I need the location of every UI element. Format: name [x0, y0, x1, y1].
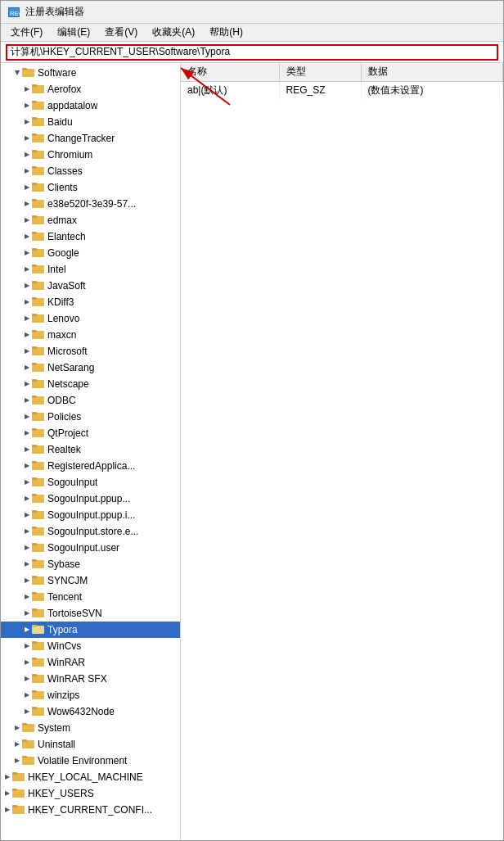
- tree-item-lenovo[interactable]: Lenovo: [1, 310, 180, 327]
- menu-favorites[interactable]: 收藏夹(A): [146, 24, 201, 41]
- folder-icon-hkey-local-machine: [12, 771, 25, 784]
- svg-rect-16: [32, 150, 37, 152]
- tree-item-sogouinput-store[interactable]: SogouInput.store.e...: [1, 523, 180, 540]
- tree-item-uninstall[interactable]: Uninstall: [1, 736, 180, 753]
- tree-label-maxcn: maxcn: [47, 329, 76, 341]
- tree-item-system[interactable]: System: [1, 720, 180, 736]
- tree-item-wincvs[interactable]: WinCvs: [1, 638, 180, 654]
- tree-item-aerofox[interactable]: Aerofox: [1, 81, 180, 97]
- svg-rect-40: [32, 346, 37, 349]
- chevron-microsoft: [22, 346, 32, 356]
- tree-item-winrar[interactable]: WinRAR: [1, 654, 180, 671]
- menu-view[interactable]: 查看(V): [98, 24, 144, 41]
- folder-icon-realtek: [32, 443, 45, 456]
- tree-item-changetracker[interactable]: ChangeTracker: [1, 130, 180, 147]
- tree-item-kdiff3[interactable]: KDiff3: [1, 294, 180, 310]
- tree-item-winzips[interactable]: winzips: [1, 687, 180, 703]
- chevron-kdiff3: [22, 297, 32, 307]
- folder-icon-hkey-current-config: [12, 803, 25, 816]
- svg-rect-44: [32, 379, 37, 382]
- tree-pane[interactable]: Software Aerofox appdatalow: [1, 63, 181, 840]
- tree-item-baidu[interactable]: Baidu: [1, 114, 180, 130]
- menu-file[interactable]: 文件(F): [4, 24, 49, 41]
- tree-item-syncjm[interactable]: SYNCJM: [1, 572, 180, 589]
- svg-rect-26: [32, 232, 37, 234]
- tree-item-elantech[interactable]: Elantech: [1, 228, 180, 245]
- folder-icon-typora: [32, 623, 45, 636]
- folder-icon-sybase: [32, 558, 45, 571]
- tree-item-netscape[interactable]: Netscape: [1, 376, 180, 392]
- chevron-winzips: [22, 690, 32, 700]
- tree-item-hkey-users[interactable]: HKEY_USERS: [1, 785, 180, 802]
- tree-item-clients[interactable]: Clients: [1, 179, 180, 196]
- menu-help[interactable]: 帮助(H): [203, 24, 250, 41]
- tree-item-typora[interactable]: Typora: [1, 622, 180, 638]
- tree-label-microsoft: Microsoft: [47, 346, 88, 357]
- tree-item-e38e[interactable]: e38e520f-3e39-57...: [1, 196, 180, 212]
- chevron-appdatalow: [22, 101, 32, 111]
- tree-label-sogouinput: SogouInput: [47, 477, 97, 488]
- tree-item-tencent[interactable]: Tencent: [1, 589, 180, 605]
- tree-item-volatile-env[interactable]: Volatile Environment: [1, 753, 180, 769]
- menu-edit[interactable]: 编辑(E): [51, 24, 97, 41]
- folder-icon-sogouinput-ppup2: [32, 509, 45, 522]
- tree-item-google[interactable]: Google: [1, 245, 180, 261]
- chevron-winrar: [22, 658, 32, 667]
- tree-label-wincvs: WinCvs: [47, 640, 81, 652]
- folder-icon-winzips: [32, 689, 45, 702]
- chevron-typora: [22, 625, 32, 635]
- tree-item-registeredapplica[interactable]: RegisteredApplica...: [1, 458, 180, 474]
- svg-rect-42: [32, 363, 37, 365]
- address-input[interactable]: [6, 44, 498, 61]
- folder-icon-javasoft: [32, 279, 45, 292]
- tree-item-qtproject[interactable]: QtProject: [1, 425, 180, 441]
- folder-icon-google: [32, 246, 45, 260]
- svg-rect-80: [32, 674, 37, 676]
- chevron-e38e: [22, 199, 32, 209]
- folder-icon-changetracker: [32, 132, 45, 145]
- tree-item-sogouinput-ppup[interactable]: SogouInput.ppup...: [1, 491, 180, 507]
- tree-item-hkey-local-machine[interactable]: HKEY_LOCAL_MACHINE: [1, 769, 180, 785]
- tree-item-sogouinput[interactable]: SogouInput: [1, 474, 180, 491]
- folder-icon-winrar-sfx: [32, 672, 45, 685]
- tree-label-baidu: Baidu: [47, 116, 73, 128]
- tree-item-appdatalow[interactable]: appdatalow: [1, 97, 180, 114]
- svg-rect-94: [12, 789, 17, 791]
- chevron-sybase: [22, 559, 32, 569]
- folder-icon-tencent: [32, 590, 45, 604]
- tree-label-odbc: ODBC: [47, 395, 76, 406]
- tree-item-sogouinput-user[interactable]: SogouInput.user: [1, 540, 180, 556]
- tree-item-policies[interactable]: Policies: [1, 409, 180, 425]
- tree-label-wow6432node: Wow6432Node: [47, 706, 115, 717]
- tree-item-software[interactable]: Software: [1, 65, 180, 81]
- tree-label-tortoisesvn: TortoiseSVN: [47, 608, 102, 619]
- tree-item-tortoisesvn[interactable]: TortoiseSVN: [1, 605, 180, 622]
- tree-item-netsarang[interactable]: NetSarang: [1, 359, 180, 376]
- tree-item-odbc[interactable]: ODBC: [1, 392, 180, 409]
- tree-item-edmax[interactable]: edmax: [1, 212, 180, 228]
- svg-rect-60: [32, 510, 37, 513]
- folder-icon-sogouinput-user: [32, 541, 45, 554]
- tree-item-classes[interactable]: Classes: [1, 163, 180, 179]
- tree-item-winrar-sfx[interactable]: WinRAR SFX: [1, 671, 180, 687]
- tree-item-realtek[interactable]: Realtek: [1, 441, 180, 458]
- folder-icon-classes: [32, 165, 45, 178]
- tree-label-winrar: WinRAR: [47, 657, 85, 668]
- folder-icon-uninstall: [22, 738, 35, 751]
- folder-icon-registeredapplica: [32, 459, 45, 472]
- tree-item-intel[interactable]: Intel: [1, 261, 180, 278]
- tree-item-chromium[interactable]: Chromium: [1, 147, 180, 163]
- svg-rect-96: [12, 805, 17, 807]
- svg-rect-34: [32, 297, 37, 300]
- tree-item-hkey-current-config[interactable]: HKEY_CURRENT_CONFI...: [1, 802, 180, 818]
- tree-item-wow6432node[interactable]: Wow6432Node: [1, 703, 180, 720]
- svg-rect-88: [22, 739, 27, 742]
- tree-item-microsoft[interactable]: Microsoft: [1, 343, 180, 359]
- tree-item-sogouinput-ppup2[interactable]: SogouInput.ppup.i...: [1, 507, 180, 523]
- tree-item-sybase[interactable]: Sybase: [1, 556, 180, 572]
- tree-item-maxcn[interactable]: maxcn: [1, 327, 180, 343]
- folder-icon-microsoft: [32, 345, 45, 358]
- table-row[interactable]: ab|(默认) REG_SZ (数值未设置): [181, 81, 503, 99]
- folder-icon-policies: [32, 410, 45, 423]
- tree-item-javasoft[interactable]: JavaSoft: [1, 278, 180, 294]
